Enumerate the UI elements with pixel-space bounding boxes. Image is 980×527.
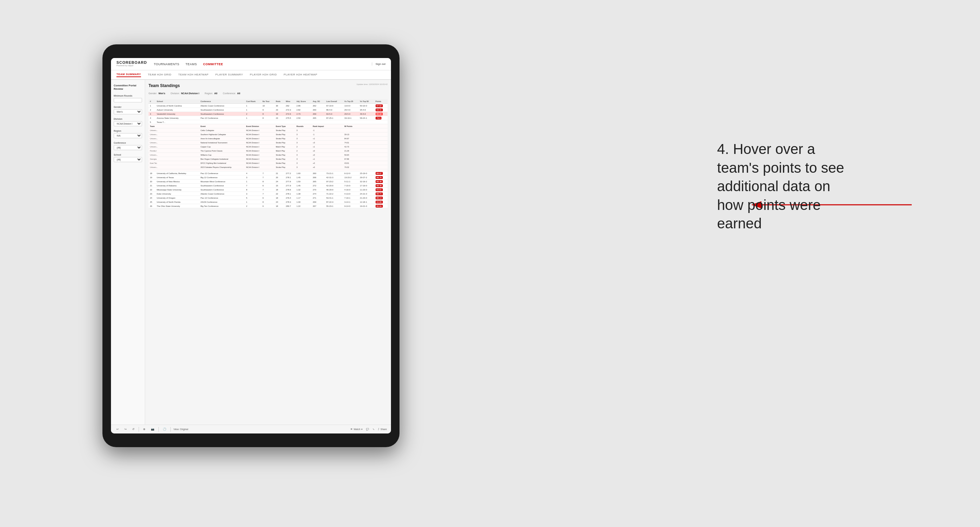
conference-select[interactable]: (All) [114,145,142,150]
cell-points[interactable]: 88.14 [374,196,388,200]
cell-points[interactable]: 83.89 [374,200,388,204]
watch-button[interactable]: 👁 Watch ▾ [350,428,363,431]
tab-player-h2h-grid[interactable]: PLAYER H2H GRID [250,73,277,77]
cell-avg-sg: 271 [312,196,325,200]
cell-points[interactable] [374,120,388,124]
cell-wins: 277.2 [285,171,295,175]
expanded-rounds: 3 [295,129,312,132]
cell-vs-top50: 29-27-2 [358,175,374,179]
min-rounds-input[interactable] [114,98,142,102]
nav-committee[interactable]: COMMITTEE [203,62,223,66]
expand-button[interactable]: ⤡ [372,428,375,431]
clock-button[interactable]: 🕐 [162,427,168,432]
cell-no-tour: 9 [261,108,275,112]
expanded-row: Florida I The Cypress Point Classic NCAA… [148,149,388,153]
cell-conference: Pac-12 Conference [199,196,245,200]
comment-button[interactable]: 💬 [366,428,369,431]
cell-points[interactable]: 88.70 [374,175,388,179]
cell-conference: Atlantic Coast Conference [199,104,245,108]
cell-conference: Southeastern Conference [199,188,245,192]
expanded-event: Ben Hogan Collegiate Invitational [199,157,245,161]
expanded-cell: Rounds [295,124,312,129]
points-badge[interactable]: 88.71 [375,192,383,195]
cell-school: University of Alabama [155,184,199,188]
col-rank: # [148,99,155,104]
cell-points[interactable]: 83.61 [374,188,388,192]
logo-title: SCOREBOARD [116,61,147,65]
col-conference: Conference [199,99,245,104]
expanded-event: Williams Cup [199,153,245,157]
points-badge[interactable]: 83.89 [375,201,383,203]
division-filter-label: Division: [171,92,180,95]
cell-school: Texas T... [155,120,199,124]
school-select[interactable]: (All) [114,157,142,162]
points-badge[interactable]: 93.31 [375,108,383,111]
tab-team-summary[interactable]: TEAM SUMMARY [116,73,141,77]
expanded-row: Univers... Williams Cup NCAA Division I … [148,153,388,157]
cell-rank: 5 [148,120,155,124]
undo-button[interactable]: ↩ [115,427,120,432]
nav-teams[interactable]: TEAMS [185,62,197,66]
nav-tournaments[interactable]: TOURNAMENTS [154,62,179,66]
refresh-button[interactable]: ↺ [131,427,136,432]
points-badge[interactable]: 88.49 [375,180,383,183]
cell-points[interactable]: 97.02 [374,104,388,108]
expanded-event-div: NCAA Division I [245,137,275,141]
cell-rnds: 23 [275,116,285,120]
toolbar-divider-1 [138,427,139,432]
cell-points[interactable]: 80.94 [374,204,388,208]
redo-button[interactable]: ↪ [123,427,128,432]
tab-team-h2h-grid[interactable]: TEAM H2H GRID [148,73,172,77]
cell-points[interactable]: 88.49 [374,179,388,184]
cell-adj-score: 2.50 [295,116,312,120]
points-badge[interactable]: 80.94 [375,205,383,208]
points-badge-highlighted[interactable]: 90.32 [375,113,383,115]
cell-points[interactable]: 79.5 [374,116,388,120]
col-school: School [155,99,199,104]
gender-filter-label: Gender: [148,92,157,95]
tab-team-h2h-heatmap[interactable]: TEAM H2H HEATMAP [178,73,208,77]
sidebar-division: Division NCAA Division I [114,118,142,126]
division-select[interactable]: NCAA Division I [114,121,142,126]
copy-button[interactable]: ⊕ [142,427,147,432]
cell-wins: 280.7 [285,204,295,208]
tab-player-h2h-heatmap[interactable]: PLAYER H2H HEATMAP [284,73,318,77]
expanded-event-type: Stroke Play [275,153,295,157]
region-select[interactable]: N/A [114,133,142,138]
points-badge[interactable]: 97.02 [375,105,383,107]
tab-player-summary[interactable]: PLAYER SUMMARY [215,73,243,77]
cell-rank: 22 [148,188,155,192]
points-badge[interactable]: 83.61 [375,189,383,191]
cell-points[interactable]: 88.07 [374,171,388,175]
points-badge[interactable]: 88.70 [375,176,383,179]
cell-adj-score: 1.30 [295,200,312,204]
expanded-row: Univers... Copper Cup NCAA Division I Ma… [148,145,388,149]
expanded-event-div: NCAA Division I [245,141,275,145]
cell-low-overall: 55-23-1 [325,204,343,208]
gender-select[interactable]: Men's [114,109,142,114]
cell-vs-top25: 13-9-0 [343,104,358,108]
cell-points[interactable]: 90.32 [374,112,388,116]
expanded-w-points: 30-13 [343,132,388,137]
cell-points[interactable]: 93.31 [374,108,388,112]
cell-no-tour: 8 [261,179,275,184]
cell-conference: Big 12 Conference [199,175,245,179]
expanded-event: 2023 Sahalee Players Championship [199,165,245,169]
sidebar-label-conference: Conference [114,142,142,144]
cell-rank: 21 [148,184,155,188]
cell-points[interactable]: 88.71 [374,192,388,196]
sign-out-button[interactable]: Sign out [372,62,385,65]
cell-rnds: 24 [275,179,285,184]
main-content: Committee Portal Review Minimum Rounds G… [111,80,391,425]
points-badge[interactable]: 88.48 [375,184,383,187]
cell-avg-sg: 262 [312,104,325,108]
camera-button[interactable]: 📷 [150,427,156,432]
points-badge[interactable]: 79.5 [375,117,382,119]
cell-conf-rank: 3 [245,175,261,179]
toolbar-divider-2 [158,427,159,432]
cell-points[interactable]: 88.48 [374,184,388,188]
points-badge[interactable]: 88.07 [375,172,383,175]
cell-rnds: 18 [275,204,285,208]
points-badge[interactable]: 88.14 [375,197,383,199]
share-button[interactable]: ⤴ Share [378,428,387,430]
